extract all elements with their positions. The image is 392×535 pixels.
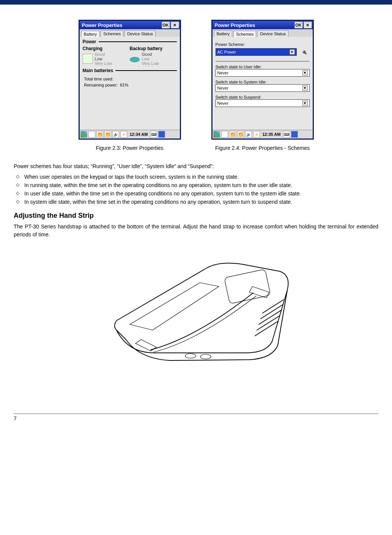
bullet-1: When user operates on the keypad or taps… [14,174,378,180]
svg-rect-0 [224,269,270,304]
figure-caption-left: Figure 2.3: Power Properties [79,145,181,151]
power-icon[interactable]: ⚡ [253,131,260,138]
charging-low: Low [95,57,112,61]
tab-strip: Battery Schemes Device Status [80,29,180,37]
group-power-label: Power [83,39,96,44]
chevron-down-icon[interactable]: ▼ [302,85,308,91]
start-icon[interactable] [80,131,87,138]
volume-icon[interactable]: 🔊 [112,131,119,138]
desktop-icon[interactable] [88,131,95,138]
tab-schemes[interactable]: Schemes [233,31,256,37]
figure-right: Power Properties OK Battery Schemes Devi… [211,20,314,151]
tab-schemes[interactable]: Schemes [101,30,123,37]
tab-pane-battery: Power Charging Good Low Very Low [80,37,180,130]
suspend-select[interactable]: Never ▼ [216,99,310,107]
ok-button[interactable]: OK [294,22,303,28]
total-time-label: Total time used: [83,76,119,82]
charging-label: Charging [83,46,130,51]
power-scheme-value: AC Power [217,50,236,54]
taskbar[interactable]: 📶 📶 🔊 ⚡ 12:35 AM ⌨ [213,130,313,138]
chevron-down-icon[interactable]: ▼ [290,49,295,55]
window-title: Power Properties [215,22,255,28]
remaining-value: 81% [119,82,129,88]
tab-device-status[interactable]: Device Status [124,30,156,37]
group-main-label: Main batteries [83,68,113,73]
device-figure [14,254,378,368]
backup-battery-icon [130,57,140,62]
remaining-label: Remaining power: [83,82,119,88]
power-icon[interactable]: ⚡ [120,131,127,138]
keyboard-icon[interactable]: ⌨ [283,131,290,138]
charging-good: Good [95,52,112,57]
figure-left: Power Properties OK Battery Schemes Devi… [79,20,181,151]
backup-good: Good [142,52,159,57]
system-idle-value: Never [217,86,228,90]
signal2-icon[interactable]: 📶 [237,131,244,138]
clock: 12:35 AM [263,132,281,137]
bullet-3: In user idle state, within the time set … [14,190,378,197]
section-heading: Adjusting the Hand Strip [14,212,378,220]
signal2-icon[interactable]: 📶 [104,131,111,138]
backup-vlow: Very Low [142,61,159,66]
title-bar[interactable]: Power Properties OK [80,21,180,29]
signal-icon[interactable]: 📶 [229,131,236,138]
system-idle-select[interactable]: Never ▼ [216,84,310,92]
header-bar [0,0,392,5]
device-illustration [94,254,299,368]
charging-vlow: Very Low [95,61,112,66]
divider [216,61,310,61]
user-idle-select[interactable]: Never ▼ [216,69,310,77]
svg-point-6 [185,354,196,358]
backup-low: Low [142,57,159,61]
taskbar[interactable]: 📶 📶 🔊 ⚡ 12:34 AM ⌨ [80,130,180,138]
title-bar[interactable]: Power Properties OK [213,21,313,29]
desktop-icon[interactable] [221,131,228,138]
signal-icon[interactable]: 📶 [96,131,103,138]
page-number: 7 [14,414,378,422]
system-idle-label: Switch state to System Idle: [216,80,310,84]
tab-battery[interactable]: Battery [214,30,233,37]
suspend-value: Never [217,101,228,105]
tab-battery[interactable]: Battery [81,31,100,37]
bullet-2: In running state, within the time set in… [14,182,378,188]
volume-icon[interactable]: 🔊 [245,131,252,138]
window-power-schemes: Power Properties OK Battery Schemes Devi… [211,20,314,140]
figure-caption-right: Figure 2.4: Power Properties - Schemes [211,145,314,151]
bullet-4: In system idle state, within the time se… [14,199,378,205]
tab-pane-schemes: Power Scheme: AC Power ▼ 🔌 Switch state … [213,37,313,130]
battery-icon [83,54,93,64]
plug-icon: 🔌 [299,47,310,57]
chevron-down-icon[interactable]: ▼ [302,70,308,76]
main-battery-stats: Total time used: Remaining power: 81% [83,76,130,88]
window-title: Power Properties [82,22,123,28]
close-button[interactable] [171,22,179,28]
backup-label: Backup battery [130,46,177,51]
suspend-label: Switch state to Suspend: [216,95,310,99]
user-idle-value: Never [217,71,228,75]
keyboard-icon[interactable]: ⌨ [150,131,157,138]
tray-icon[interactable] [291,131,298,138]
tray-icon[interactable] [158,131,165,138]
svg-point-7 [200,354,211,359]
tab-strip: Battery Schemes Device Status [213,29,313,37]
user-idle-label: Switch state to User Idle: [216,65,310,69]
body-paragraph: Power schemes has four status; “Running”… [14,162,378,171]
window-power-battery: Power Properties OK Battery Schemes Devi… [79,20,181,140]
close-button[interactable] [304,22,312,28]
page-content: Power Properties OK Battery Schemes Devi… [0,5,392,433]
status-bullets: When user operates on the keypad or taps… [14,174,378,205]
power-scheme-label: Power Scheme: [216,42,310,47]
clock: 12:34 AM [130,132,148,137]
start-icon[interactable] [213,131,220,138]
power-scheme-select[interactable]: AC Power ▼ [216,48,297,56]
tab-device-status[interactable]: Device Status [257,30,288,37]
strap-paragraph: The PT-30 Series handstrap is attached t… [14,223,378,239]
chevron-down-icon[interactable]: ▼ [302,101,308,106]
figures-row: Power Properties OK Battery Schemes Devi… [14,20,378,151]
ok-button[interactable]: OK [162,22,170,28]
